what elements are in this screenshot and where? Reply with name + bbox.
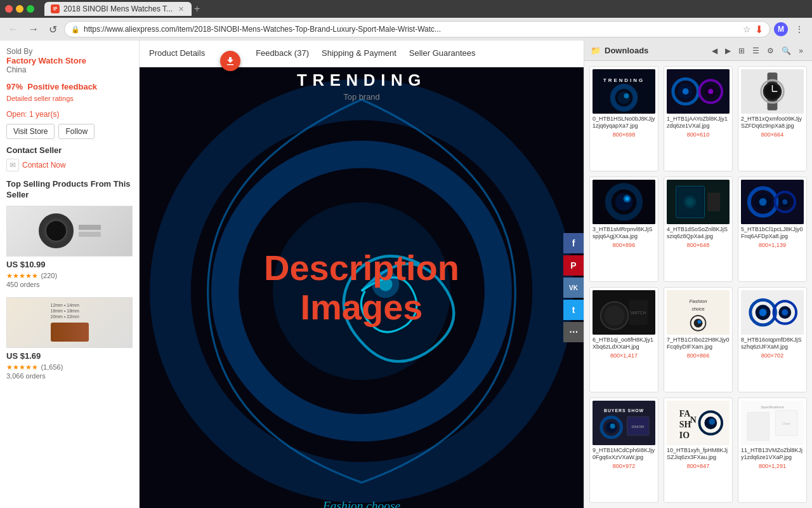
product-orders-2: 3,066 orders xyxy=(6,372,133,380)
download-thumbnail-2 xyxy=(741,69,804,114)
product-price-1: US $10.99 xyxy=(6,260,133,269)
download-icon[interactable]: ⬇ xyxy=(755,23,763,36)
downloads-view-grid[interactable]: ⊞ xyxy=(736,45,747,57)
svg-point-34 xyxy=(625,197,629,201)
svg-point-47 xyxy=(782,199,787,204)
download-thumbnail-5 xyxy=(741,180,804,224)
download-filename-9: 9_HTB1MCdCph6I8KJjy0Fgq6xXzVXaW.jpg xyxy=(593,447,655,461)
downloads-search[interactable]: 🔍 xyxy=(779,45,794,57)
contact-now-button[interactable]: Contact Now xyxy=(22,161,66,170)
download-thumbnail-4 xyxy=(667,180,730,224)
active-tab[interactable]: 2018 SINOBI Mens Watches T... ✕ xyxy=(44,2,192,16)
contact-icon: ✉ xyxy=(6,159,19,171)
close-button[interactable] xyxy=(5,5,13,13)
downloads-view-list[interactable]: ☰ xyxy=(750,45,762,57)
download-filename-10: 10_HTB1xyh_fpHM8KJjSZJiq6zx3FXau.jpg xyxy=(667,447,730,461)
product-image-2: 12mm • 14mm 16mm • 18mm 20mm • 22mm xyxy=(6,297,133,348)
download-dims-4: 800×648 xyxy=(667,242,730,248)
tab-product-details[interactable]: Product Details xyxy=(149,42,205,65)
download-dims-8: 800×702 xyxy=(741,352,804,359)
product-price-2: US $1.69 xyxy=(6,351,133,361)
download-filename-5: 5_HTB1bCl1pcLJ8KJjy0Fnq6AFDpXa8.jpg xyxy=(741,226,804,240)
minimize-button[interactable] xyxy=(16,5,23,13)
list-item: Specifications Chart 11_HTB13VMZoZbl8KJj… xyxy=(738,398,807,503)
address-bar[interactable]: 🔒 https://www.aliexpress.com/item/2018-S… xyxy=(64,21,770,37)
open-info: Open: 1 year(s) xyxy=(6,110,133,119)
download-dims-11: 800×1,291 xyxy=(741,463,804,469)
follow-button[interactable]: Follow xyxy=(58,124,95,139)
svg-rect-83 xyxy=(747,412,769,441)
svg-point-19 xyxy=(683,88,689,95)
download-thumbnail-9: BUYERS SHOW SINOBI xyxy=(593,401,655,445)
svg-text:WATCH: WATCH xyxy=(631,311,646,315)
list-item: 12mm • 14mm 16mm • 18mm 20mm • 22mm US $… xyxy=(6,297,133,380)
download-thumbnail-0: TRENDING xyxy=(593,69,655,114)
product-nav: Product Details Feedback (37) Shipping &… xyxy=(140,41,584,67)
downloads-settings[interactable]: ⚙ xyxy=(764,45,776,57)
download-filename-6: 6_HTB1qi_oo8fH8KJjy1Xbq6zLdXXaH.jpg xyxy=(593,337,655,351)
sold-by-section: Sold By Factory Watch Store China xyxy=(6,47,133,74)
svg-text:N: N xyxy=(690,415,697,425)
folder-icon: 📁 xyxy=(591,46,601,55)
downloads-header: 📁 Downloads ◀ ▶ ⊞ ☰ ⚙ 🔍 » xyxy=(584,41,812,61)
back-button[interactable]: ← xyxy=(5,22,22,36)
browser-window: 2018 SINOBI Mens Watches T... ✕ + ← → ↺ … xyxy=(0,0,812,508)
product-image-1 xyxy=(6,206,133,257)
store-name[interactable]: Factory Watch Store xyxy=(6,56,133,65)
profile-button[interactable]: M xyxy=(774,22,788,36)
lock-icon: 🔒 xyxy=(71,25,80,34)
download-dims-9: 800×972 xyxy=(593,463,655,469)
tab-close-button[interactable]: ✕ xyxy=(176,4,185,13)
contact-section: Contact Seller ✉ Contact Now xyxy=(6,145,133,171)
download-dims-3: 800×896 xyxy=(593,242,655,248)
download-dims-7: 800×866 xyxy=(667,352,730,359)
tab-bar: 2018 SINOBI Mens Watches T... ✕ + xyxy=(44,2,807,16)
download-thumbnail-1 xyxy=(667,69,730,114)
vk-share-button[interactable]: VK xyxy=(563,277,584,298)
main-content: Product Details Feedback (37) Shipping &… xyxy=(140,41,584,508)
download-thumbnail-10: FA SH IO N xyxy=(667,401,730,445)
twitter-share-button[interactable]: t xyxy=(563,300,584,320)
title-bar: 2018 SINOBI Mens Watches T... ✕ + xyxy=(0,0,812,18)
download-dims-1: 800×610 xyxy=(667,131,730,138)
download-filename-11: 11_HTB13VMZoZbl8KJjy1zdq6ze1VXaP.jpg xyxy=(741,447,804,461)
facebook-share-button[interactable]: f xyxy=(563,233,584,253)
pinterest-share-button[interactable]: P xyxy=(563,255,584,276)
feedback-section: 97% Positive feedback Detailed seller ra… xyxy=(6,81,133,104)
svg-point-62 xyxy=(759,309,767,316)
list-item: 4_HTB1dSoSoZnl8KJjSsziq6z8QpXa4.jpg 800×… xyxy=(664,177,733,282)
download-thumbnail-6: WATCH xyxy=(593,290,655,335)
svg-rect-40 xyxy=(707,192,720,211)
menu-button[interactable]: ⋮ xyxy=(792,23,807,36)
more-share-button[interactable]: ⋯ xyxy=(563,322,584,342)
download-filename-4: 4_HTB1dSoSoZnl8KJjSsziq6z8QpXa4.jpg xyxy=(667,226,730,240)
downloads-more[interactable]: » xyxy=(796,45,806,57)
visit-store-button[interactable]: Visit Store xyxy=(6,124,55,139)
tab-seller-guarantees[interactable]: Seller Guarantees xyxy=(409,42,476,65)
bookmark-icon[interactable]: ☆ xyxy=(743,24,751,34)
product-reviews-2: (1,656) xyxy=(41,363,63,371)
download-filename-8: 8_HTB16oIqpmfD8KJjSszhq6zIJFXaM.jpg xyxy=(741,337,804,351)
tab-feedback[interactable]: Feedback (37) xyxy=(256,42,309,65)
list-item: Fashion choice 7_HTB1CrIbo22H8KJjy0Fcq6y… xyxy=(664,287,733,392)
svg-point-39 xyxy=(686,198,694,206)
refresh-button[interactable]: ↺ xyxy=(46,22,60,37)
download-dims-0: 800×698 xyxy=(593,131,655,138)
downloads-back-button[interactable]: ◀ xyxy=(709,45,720,57)
traffic-lights xyxy=(5,5,34,13)
list-item: FA SH IO N 10_HTB1xyh_fpHM8KJjSZJiq6zx3F… xyxy=(664,398,733,503)
download-thumbnail-7: Fashion choice xyxy=(667,290,730,335)
feedback-detail-link[interactable]: Detailed seller ratings xyxy=(6,95,74,102)
product-orders-1: 450 orders xyxy=(6,281,133,288)
sold-by-label: Sold By xyxy=(6,47,133,56)
svg-point-65 xyxy=(782,309,788,316)
svg-point-32 xyxy=(615,193,633,211)
tab-shipping[interactable]: Shipping & Payment xyxy=(322,42,396,65)
product-image-area: Fashion choose Black Band TRENDING Top b… xyxy=(140,67,584,508)
downloads-forward-button[interactable]: ▶ xyxy=(723,45,733,57)
maximize-button[interactable] xyxy=(27,5,34,13)
new-tab-button[interactable]: + xyxy=(194,3,200,15)
forward-button[interactable]: → xyxy=(25,22,42,36)
svg-point-44 xyxy=(759,198,767,206)
seller-sidebar: Sold By Factory Watch Store China 97% Po… xyxy=(0,41,140,508)
